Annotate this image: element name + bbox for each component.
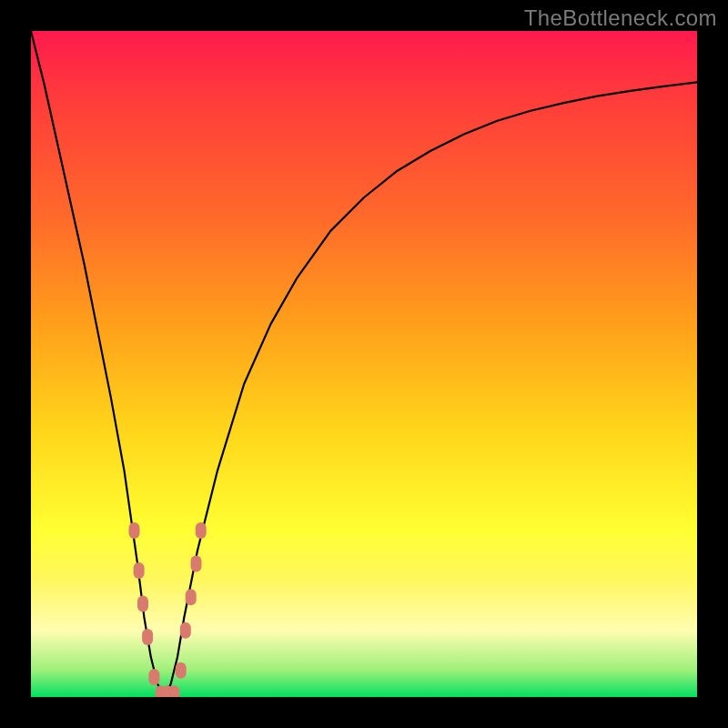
highlighted-points: [129, 522, 207, 697]
chart-frame: TheBottleneck.com: [0, 0, 728, 728]
marker-point: [148, 669, 159, 685]
marker-point: [134, 562, 145, 579]
chart-svg: [31, 31, 697, 697]
watermark-text: TheBottleneck.com: [524, 5, 717, 31]
bottleneck-curve: [31, 31, 697, 697]
marker-point: [191, 556, 202, 572]
marker-point: [180, 622, 191, 639]
marker-point: [142, 629, 153, 645]
marker-point: [168, 685, 179, 697]
marker-point: [186, 589, 197, 605]
plot-area: [31, 31, 697, 697]
marker-point: [176, 662, 187, 679]
marker-point: [196, 522, 207, 539]
marker-point: [129, 522, 140, 539]
marker-point: [137, 596, 148, 612]
